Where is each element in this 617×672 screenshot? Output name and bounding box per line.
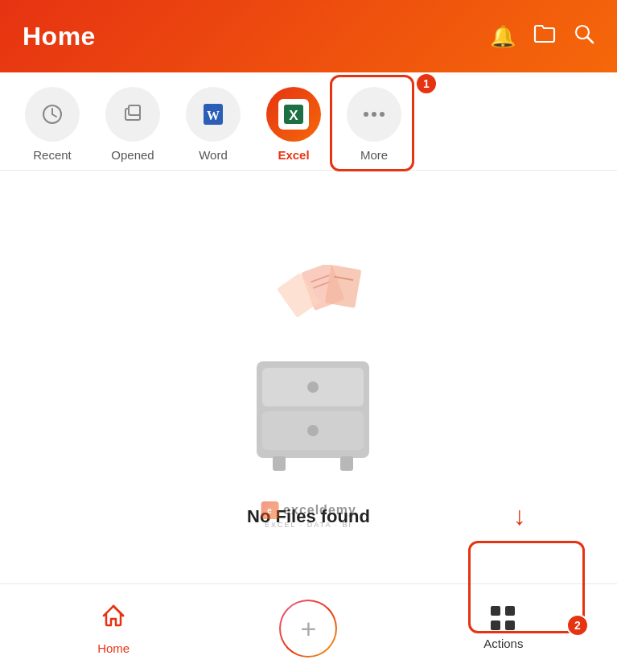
svg-point-10 — [372, 112, 376, 117]
bell-icon[interactable]: 🔔 — [490, 24, 516, 49]
tab-opened-icon-wrapper — [105, 87, 160, 142]
plus-button[interactable]: + — [279, 600, 337, 658]
tab-excel[interactable]: X Excel — [257, 87, 330, 162]
tab-recent-label: Recent — [33, 148, 72, 162]
nav-home[interactable]: Home — [73, 601, 154, 655]
nav-home-label: Home — [97, 641, 130, 655]
annotation-circle-1: 1 — [415, 72, 438, 95]
actions-arrow: ↓ — [513, 503, 526, 529]
search-icon[interactable] — [574, 23, 594, 50]
tab-excel-label: Excel — [278, 148, 309, 162]
svg-point-22 — [307, 425, 319, 436]
tab-recent[interactable]: Recent — [16, 87, 88, 162]
watermark-name: exceldemy — [283, 503, 356, 517]
tab-opened[interactable]: Opened — [97, 87, 169, 162]
bottom-nav: Home + Actions — [0, 583, 617, 672]
svg-point-11 — [380, 112, 385, 117]
home-icon — [99, 601, 128, 637]
nav-actions[interactable]: Actions — [463, 606, 544, 650]
annotation-circle-2: 2 — [566, 614, 589, 637]
folder-icon[interactable] — [533, 23, 556, 50]
header-icon-group: 🔔 — [490, 23, 594, 50]
app-header: Home 🔔 — [0, 0, 617, 72]
watermark-icon: e — [261, 501, 278, 519]
svg-point-9 — [364, 112, 368, 117]
page-title: Home — [23, 22, 96, 52]
tab-bar: Recent Opened W Word X — [0, 72, 617, 171]
plus-icon: + — [301, 615, 317, 642]
watermark-tagline: EXCEL · DATA · BI — [265, 521, 352, 529]
tab-opened-label: Opened — [111, 148, 154, 162]
tab-word-label: Word — [199, 148, 228, 162]
empty-state-illustration — [212, 265, 405, 474]
svg-text:W: W — [207, 109, 220, 122]
main-content: No Files found e exceldemy EXCEL · DATA … — [0, 171, 617, 621]
actions-grid-icon — [491, 606, 516, 632]
svg-rect-4 — [129, 105, 140, 115]
svg-rect-24 — [340, 456, 353, 471]
tab-excel-icon-wrapper: X — [266, 87, 321, 142]
tab-recent-icon-wrapper — [25, 87, 80, 142]
watermark: e exceldemy EXCEL · DATA · BI — [261, 501, 356, 529]
tab-more[interactable]: More — [338, 87, 410, 162]
svg-text:X: X — [289, 108, 298, 123]
nav-plus[interactable]: + — [268, 600, 348, 658]
tab-more-icon-wrapper — [347, 87, 401, 142]
svg-rect-23 — [273, 456, 286, 471]
svg-point-20 — [307, 381, 319, 393]
tab-word[interactable]: W Word — [177, 87, 249, 162]
tab-more-label: More — [360, 148, 388, 162]
watermark-logo: e exceldemy — [261, 501, 356, 519]
nav-actions-label: Actions — [483, 637, 523, 650]
excel-icon-inner: X — [278, 99, 309, 130]
tab-word-icon-wrapper: W — [186, 87, 241, 142]
svg-line-1 — [587, 37, 593, 43]
